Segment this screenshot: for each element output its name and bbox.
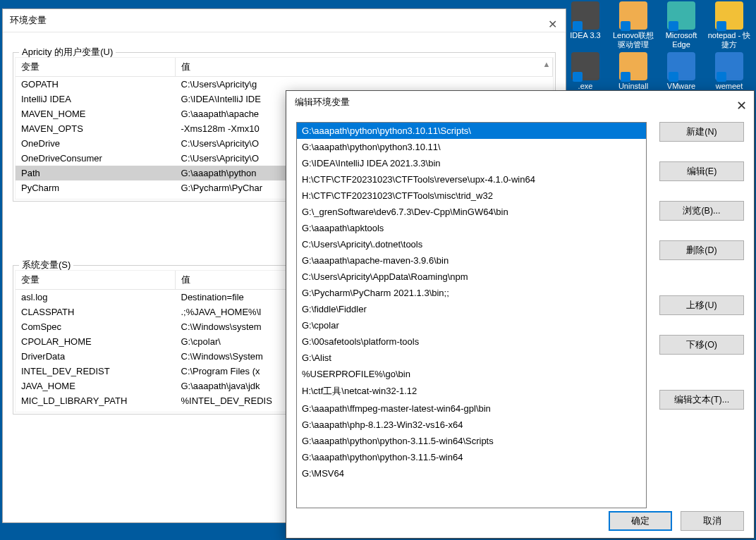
list-item[interactable]: C:\Users\Apricity\AppData\Roaming\npm [297, 269, 646, 285]
list-item[interactable]: G:\aaapath\apktools [297, 220, 646, 236]
env-dialog-title: 环境变量 [10, 15, 47, 25]
path-list[interactable]: G:\aaapath\python\python3.10.11\Scripts\… [296, 122, 647, 508]
var-name: PyCharm [16, 180, 176, 195]
var-name: Path [16, 166, 176, 180]
scroll-up-icon[interactable]: ▲ [542, 59, 551, 69]
app-icon [571, 1, 599, 30]
edit-environment-variable-dialog: 编辑环境变量 ✕ G:\aaapath\python\python3.10.11… [286, 90, 755, 539]
table-row[interactable]: GOPATHC:\Users\Apricity\g [16, 77, 553, 92]
var-name: MIC_LD_LIBRARY_PATH [16, 393, 176, 408]
list-item[interactable]: G:\aaapath\python\python-3.11.5-win64 [297, 449, 646, 465]
app-icon [715, 52, 743, 80]
edit-text-button[interactable]: 编辑文本(T)... [659, 390, 744, 410]
list-item[interactable]: G:\Alist [297, 350, 646, 366]
ok-button[interactable]: 确定 [609, 511, 672, 531]
move-up-button[interactable]: 上移(U) [659, 295, 744, 315]
list-item[interactable]: H:\ctf工具\netcat-win32-1.12 [297, 382, 646, 400]
desktop-icon[interactable]: wemeet [707, 52, 752, 91]
column-header-value[interactable]: 值 [176, 58, 553, 77]
list-item[interactable]: G:\MSV64 [297, 465, 646, 481]
desktop-icon-label: IDEA 3.3 [563, 31, 608, 40]
close-icon[interactable]: ✕ [736, 94, 747, 117]
buttons-column: 新建(N) 编辑(E) 浏览(B)... 删除(D) 上移(U) 下移(O) 编… [659, 122, 744, 507]
list-item[interactable]: H:\CTF\CTF20231023\CTFTools\reverse\upx-… [297, 171, 646, 188]
list-item[interactable]: %USERPROFILE%\go\bin [297, 366, 646, 382]
desktop-icon[interactable]: notepad - 快捷方 [707, 1, 752, 49]
var-name: CPOLAR_HOME [16, 334, 176, 349]
list-item[interactable]: G:\aaapath\python\python3.10.11\Scripts\ [297, 123, 646, 139]
list-item[interactable]: G:\aaapath\python\python-3.11.5-win64\Sc… [297, 433, 646, 449]
app-icon [667, 52, 695, 80]
var-name: GOPATH [16, 77, 176, 92]
cancel-button[interactable]: 取消 [681, 511, 744, 531]
list-item[interactable]: G:\cpolar [297, 317, 646, 333]
list-item[interactable]: G:\aaapath\ffmpeg-master-latest-win64-gp… [297, 400, 646, 417]
close-icon[interactable]: ✕ [548, 13, 557, 36]
column-header-variable[interactable]: 变量 [16, 58, 176, 77]
list-item[interactable]: G:\aaapath\php-8.1.23-Win32-vs16-x64 [297, 417, 646, 433]
list-item[interactable]: G:\Pycharm\PyCharm 2021.1.3\bin;; [297, 285, 646, 301]
desktop-icon[interactable]: IDEA 3.3 [563, 1, 608, 49]
var-name: IntelliJ IDEA [16, 92, 176, 106]
edit-button[interactable]: 编辑(E) [659, 161, 744, 181]
var-name: ComSpec [16, 319, 176, 334]
edit-dialog-title: 编辑环境变量 [295, 97, 350, 107]
list-item[interactable]: H:\CTF\CTF20231023\CTFTools\misc\trid_w3… [297, 188, 646, 204]
var-name: DriverData [16, 349, 176, 364]
app-icon [715, 1, 743, 30]
desktop-icon-label: Microsoft Edge [659, 31, 704, 49]
desktop-icon[interactable]: VMware [659, 52, 704, 91]
var-value: C:\Users\Apricity\g [176, 77, 553, 92]
desktop-icons-area: IDEA 3.3Lenovo联想驱动管理Microsoft Edgenotepa… [551, 0, 756, 92]
desktop-icon[interactable]: .exe [563, 52, 608, 91]
desktop-icon[interactable]: Microsoft Edge [659, 1, 704, 49]
list-item[interactable]: G:\IDEA\IntelliJ IDEA 2021.3.3\bin [297, 155, 646, 171]
env-dialog-titlebar[interactable]: 环境变量 ✕ [3, 9, 566, 32]
var-name: CLASSPATH [16, 305, 176, 319]
list-item[interactable]: G:\_grenSoftware\dev6.7.3\Dev-Cpp\MinGW6… [297, 204, 646, 220]
var-name: asl.log [16, 290, 176, 305]
var-name: OneDriveConsumer [16, 151, 176, 166]
browse-button[interactable]: 浏览(B)... [659, 201, 744, 221]
delete-button[interactable]: 删除(D) [659, 240, 744, 260]
column-header-variable[interactable]: 变量 [16, 271, 176, 290]
desktop-background: IDEA 3.3Lenovo联想驱动管理Microsoft Edgenotepa… [0, 0, 756, 540]
list-item[interactable]: G:\aaapath\apache-maven-3.9.6\bin [297, 252, 646, 269]
list-item[interactable]: G:\00safetools\platform-tools [297, 333, 646, 350]
var-name: OneDrive [16, 136, 176, 151]
app-icon [667, 1, 695, 30]
var-name: MAVEN_OPTS [16, 121, 176, 136]
var-name: MAVEN_HOME [16, 106, 176, 121]
list-item[interactable]: C:\Users\Apricity\.dotnet\tools [297, 236, 646, 252]
desktop-icon-label: Lenovo联想驱动管理 [611, 31, 656, 49]
desktop-icon[interactable]: Uninstall [611, 52, 656, 91]
app-icon [619, 52, 647, 80]
edit-dialog-titlebar[interactable]: 编辑环境变量 ✕ [286, 91, 754, 113]
desktop-icon-label: notepad - 快捷方 [707, 31, 752, 49]
app-icon [619, 1, 647, 30]
list-item[interactable]: G:\aaapath\python\python3.10.11\ [297, 139, 646, 155]
list-item[interactable]: G:\fiddle\Fiddler [297, 301, 646, 317]
new-button[interactable]: 新建(N) [659, 122, 744, 142]
var-name: JAVA_HOME [16, 379, 176, 393]
var-name: INTEL_DEV_REDIST [16, 364, 176, 379]
move-down-button[interactable]: 下移(O) [659, 335, 744, 355]
app-icon [571, 52, 599, 80]
desktop-icon[interactable]: Lenovo联想驱动管理 [611, 1, 656, 49]
